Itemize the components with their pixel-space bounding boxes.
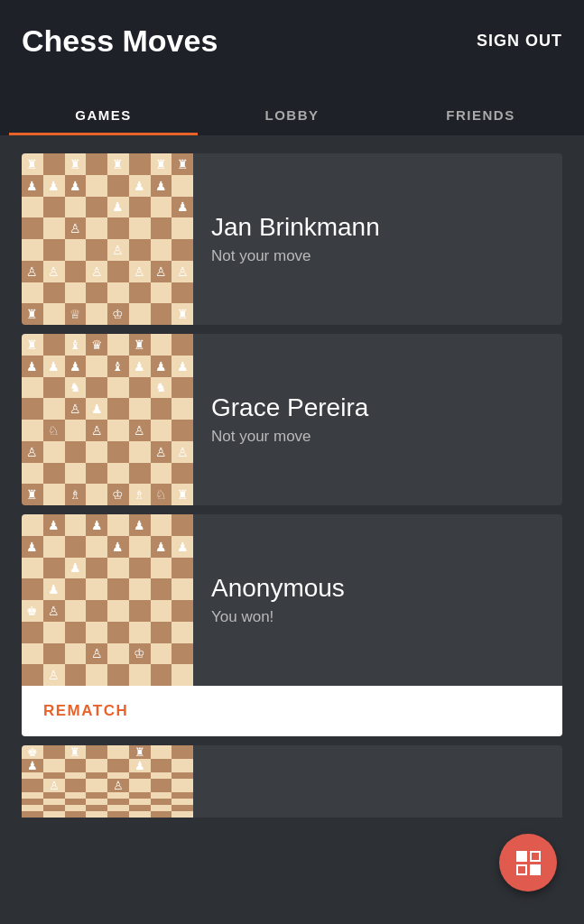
opponent-name-1: Jan Brinkmann bbox=[211, 213, 544, 242]
tab-games[interactable]: GAMES bbox=[9, 95, 198, 135]
tab-friends[interactable]: FRIENDS bbox=[386, 95, 575, 135]
game-info-2: Grace Pereira Not your move bbox=[193, 334, 562, 505]
game-card-2[interactable]: ♜♝♛♜♟♟♟♝♟♟♟♞♞♙♟♘♙♙♙♙♙♜♗♔♗♘♜ Grace Pereir… bbox=[22, 334, 562, 505]
opponent-name-2: Grace Pereira bbox=[211, 393, 544, 422]
tab-lobby[interactable]: LOBBY bbox=[198, 95, 386, 135]
game-card-1[interactable]: ♜♜♜♜♜♟♟♟♟♟♟♟♙♙♙♙♙♙♙♙♜♕♔♜ Jan Brinkmann N… bbox=[22, 153, 562, 325]
game-list: ♜♜♜♜♜♟♟♟♟♟♟♟♙♙♙♙♙♙♙♙♜♕♔♜ Jan Brinkmann N… bbox=[0, 135, 584, 827]
tab-bar: GAMES LOBBY FRIENDS bbox=[0, 81, 584, 135]
rematch-button[interactable]: REMATCH bbox=[43, 702, 128, 720]
app-title: Chess Moves bbox=[22, 23, 218, 59]
fab-icon bbox=[516, 851, 541, 875]
game-status-3: You won! bbox=[211, 608, 544, 626]
game-info-3: Anonymous You won! bbox=[193, 514, 562, 686]
game-info-1: Jan Brinkmann Not your move bbox=[193, 153, 562, 325]
chess-board-3: ♟♟♟♟♟♟♟♟♟♚♙♙♔♙ bbox=[22, 514, 193, 686]
game-status-2: Not your move bbox=[211, 428, 544, 446]
chess-board-1: ♜♜♜♜♜♟♟♟♟♟♟♟♙♙♙♙♙♙♙♙♜♕♔♜ bbox=[22, 153, 193, 325]
game-card-3[interactable]: ♟♟♟♟♟♟♟♟♟♚♙♙♔♙ Anonymous You won! REMATC… bbox=[22, 514, 562, 736]
sign-out-button[interactable]: SIGN OUT bbox=[477, 32, 562, 51]
game-card-partial[interactable]: ♚♜♜♟♟♙♙ bbox=[22, 745, 562, 818]
chess-board-partial: ♚♜♜♟♟♙♙ bbox=[22, 745, 193, 818]
new-game-fab[interactable] bbox=[499, 834, 557, 892]
rematch-row: REMATCH bbox=[22, 686, 562, 736]
chess-board-2: ♜♝♛♜♟♟♟♝♟♟♟♞♞♙♟♘♙♙♙♙♙♜♗♔♗♘♜ bbox=[22, 334, 193, 505]
opponent-name-3: Anonymous bbox=[211, 574, 544, 603]
game-status-1: Not your move bbox=[211, 247, 544, 265]
app-header: Chess Moves SIGN OUT bbox=[0, 0, 584, 81]
